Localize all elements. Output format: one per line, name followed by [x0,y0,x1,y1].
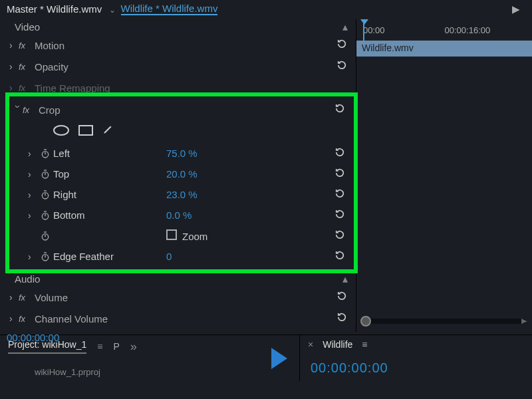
reset-icon[interactable] [334,146,346,161]
effect-controls-panel: Video ▴ › fx Motion › fx Opacity › fx Ti… [0,19,356,332]
effect-row-motion[interactable]: › fx Motion [0,35,356,56]
effect-label: Time Remapping [35,82,110,94]
param-value[interactable]: 0.0 % [166,209,246,221]
fx-icon: fx [23,105,39,115]
zoom-checkbox[interactable] [166,229,177,240]
fx-icon: fx [19,293,35,303]
expand-icon[interactable]: › [28,251,37,262]
stopwatch-icon[interactable] [37,169,53,180]
stopwatch-icon[interactable] [37,231,53,241]
effect-label: Motion [35,40,65,51]
expand-icon[interactable]: › [9,292,19,303]
param-zoom: › Zoom [9,225,354,246]
fx-icon: fx [19,62,35,72]
tab-master[interactable]: Master * Wildlife.wmv ⌄ [7,3,116,15]
reset-icon[interactable] [336,290,348,305]
effect-label: Channel Volume [35,313,108,325]
expand-icon[interactable]: › [28,210,37,221]
param-value[interactable]: 23.0 % [166,189,246,200]
play-icon[interactable]: ▶ [512,3,520,15]
tick-label: 00:00:16:00 [445,25,491,35]
reset-icon[interactable] [334,249,346,264]
effect-crop-label: Crop [39,104,61,116]
effect-label: Opacity [35,61,68,72]
reset-icon[interactable] [334,102,346,117]
expand-icon[interactable]: › [28,190,37,200]
stopwatch-icon[interactable] [37,251,53,262]
panel-menu-icon[interactable]: ≡ [362,339,367,350]
program-timecode[interactable]: 00:00:00:00 [308,350,524,376]
ellipse-mask-button[interactable] [53,125,69,136]
play-button[interactable] [271,348,287,369]
tab-master-label: Master * Wildlife.wmv [7,3,102,15]
timecode[interactable]: 00:00:00:00 [0,329,356,346]
time-ruler[interactable]: 00:00 00:00:16:00 [356,19,532,41]
reset-icon[interactable] [336,38,348,53]
reset-icon[interactable] [334,188,346,202]
tick-label: 00:00 [363,25,385,35]
expand-icon[interactable]: › [28,169,37,180]
scroll-up-icon[interactable]: ▴ [342,273,348,285]
horizontal-scrollbar[interactable]: ▶ [360,319,525,324]
project-file[interactable]: wikiHow_1.prproj [8,354,251,377]
expand-icon[interactable]: › [28,148,37,159]
param-label: Left [53,148,166,159]
reset-icon[interactable] [336,311,348,326]
reset-icon[interactable] [334,167,346,182]
expand-icon[interactable]: › [9,313,19,324]
scroll-right-icon[interactable]: ▶ [521,317,527,325]
effect-label: Volume [35,292,68,303]
fx-icon: fx [19,83,35,93]
timeline-clip[interactable]: Wildlife.wmv [356,41,532,57]
effect-row-opacity[interactable]: › fx Opacity [0,56,356,77]
expand-icon[interactable]: › [9,82,19,93]
zoom-label: Zoom [182,231,207,242]
section-audio-label: Audio [15,273,40,285]
param-value[interactable]: 20.0 % [166,168,246,180]
param-value[interactable]: 0 [166,251,246,262]
stopwatch-icon[interactable] [37,190,53,200]
timeline-panel: 00:00 00:00:16:00 Wildlife.wmv ▶ [356,19,532,332]
param-label: Bottom [53,209,166,221]
param-label: Top [53,168,166,180]
fx-icon: fx [19,41,35,51]
effect-row-volume[interactable]: › fx Volume [0,287,356,308]
reset-icon[interactable] [334,208,346,223]
playhead[interactable] [363,19,364,41]
reset-icon[interactable] [334,229,346,243]
tab-clip[interactable]: Wildlife * Wildlife.wmv [121,3,218,15]
param-bottom: › Bottom 0.0 % [9,205,354,225]
fx-icon: fx [19,314,35,324]
param-left: › Left 75.0 % [9,143,354,164]
pen-mask-button[interactable] [102,123,114,138]
param-label: Right [53,189,166,200]
stopwatch-icon[interactable] [37,210,53,221]
param-edge-feather: › Edge Feather 0 [9,246,354,267]
collapse-icon[interactable]: › [13,105,23,114]
crop-effect-highlight: › fx Crop › Left 75.0 % › Top [5,92,358,273]
param-top: › Top 20.0 % [9,164,354,184]
param-right: › Right 23.0 % [9,184,354,205]
scroll-up-icon[interactable]: ▴ [342,21,348,33]
expand-icon[interactable]: › [9,40,19,51]
expand-icon[interactable]: › [9,61,19,72]
section-video-label: Video [15,21,40,33]
param-label: Edge Feather [53,251,166,262]
stopwatch-icon[interactable] [37,148,53,159]
effect-row-channel-volume[interactable]: › fx Channel Volume [0,308,356,329]
chevron-down-icon[interactable]: ⌄ [109,5,116,15]
rectangle-mask-button[interactable] [78,125,93,136]
scrollbar-thumb[interactable] [360,316,371,327]
reset-icon[interactable] [336,59,348,74]
param-value[interactable]: 75.0 % [166,148,246,159]
